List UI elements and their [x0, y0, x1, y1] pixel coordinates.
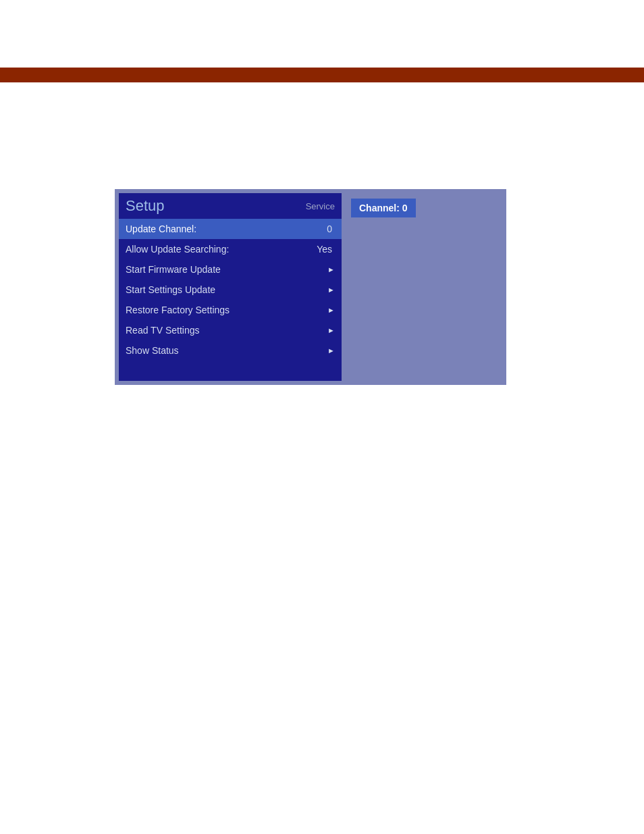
menu-header: Setup Service [119, 193, 342, 219]
item-label-restore-factory: Restore Factory Settings [126, 305, 327, 315]
arrow-icon-firmware: ► [327, 265, 335, 273]
top-bar [0, 68, 644, 82]
menu-item-firmware-update[interactable]: Start Firmware Update ► [119, 259, 342, 280]
menu-item-settings-update[interactable]: Start Settings Update ► [119, 280, 342, 300]
channel-badge: Channel: 0 [351, 199, 416, 217]
item-label-read-tv: Read TV Settings [126, 325, 327, 336]
menu-item-update-channel[interactable]: Update Channel: 0 [119, 219, 342, 239]
arrow-icon-show-status: ► [327, 346, 335, 355]
arrow-icon-read-tv: ► [327, 326, 335, 334]
arrow-icon-restore: ► [327, 306, 335, 314]
menu-title: Setup [126, 197, 306, 215]
item-label-update-channel: Update Channel: [126, 224, 327, 234]
item-value-allow-update: Yes [317, 244, 332, 255]
arrow-icon-settings: ► [327, 286, 335, 294]
menu-item-allow-update[interactable]: Allow Update Searching: Yes [119, 239, 342, 259]
item-label-settings-update: Start Settings Update [126, 284, 327, 295]
menu-panel: Setup Service Update Channel: 0 Allow Up… [119, 193, 342, 381]
item-label-show-status: Show Status [126, 345, 327, 356]
main-container: Setup Service Update Channel: 0 Allow Up… [115, 189, 506, 385]
side-panel: Channel: 0 [346, 193, 506, 381]
item-label-firmware-update: Start Firmware Update [126, 264, 327, 275]
item-label-allow-update: Allow Update Searching: [126, 244, 317, 255]
item-value-update-channel: 0 [327, 224, 332, 234]
menu-subtitle: Service [306, 201, 335, 211]
menu-item-read-tv[interactable]: Read TV Settings ► [119, 320, 342, 340]
menu-item-restore-factory[interactable]: Restore Factory Settings ► [119, 300, 342, 320]
menu-item-show-status[interactable]: Show Status ► [119, 340, 342, 361]
